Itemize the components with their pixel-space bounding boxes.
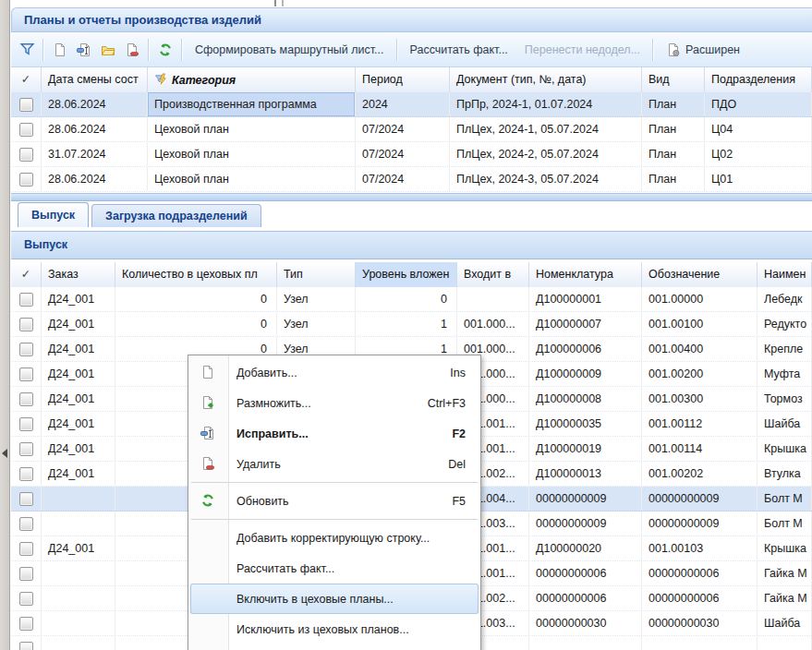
row-checkbox[interactable] [19,567,33,581]
tab-output[interactable]: Выпуск [18,202,89,227]
table-row[interactable]: 28.06.2024 Производственная программа 20… [11,92,812,117]
column-header-period[interactable]: Период [356,67,450,92]
menu-item-add-correction-row[interactable]: Добавить корректирующую строку... [188,523,480,553]
cell-name: Крышка [757,536,812,560]
row-checkbox[interactable] [19,343,33,356]
menu-item-calc-fact[interactable]: Рассчитать факт... [188,553,480,584]
cell-nomenclature: 00000000030 [529,611,642,635]
horizontal-splitter[interactable] [11,193,812,201]
table-row[interactable]: Д24_001 0 Узел 1 001.000... Д100000007 0… [11,312,812,337]
table-row[interactable]: 28.06.2024 Цеховой план 07/2024 ПлЦех, 2… [11,117,812,142]
cell-nomenclature: 00000000009 [529,487,642,511]
menu-item-delete[interactable]: Удалить Del [188,449,480,479]
upper-grid-body: 28.06.2024 Производственная программа 20… [11,92,812,193]
cell-order: Д24_001 [42,437,115,461]
row-checkbox[interactable] [19,293,33,307]
tab-load[interactable]: Загрузка подразделений [91,204,261,227]
column-header-order[interactable]: Заказ [42,262,115,287]
cell-qty: 0 [115,312,277,336]
cell-division: Ц01 [705,167,812,191]
cell-nomenclature: Д100000013 [529,462,642,486]
column-header-level[interactable]: Уровень вложен [356,262,457,287]
menu-item-add[interactable]: Добавить... Ins [188,357,480,388]
cell-nomenclature: Д100000019 [529,437,642,461]
column-header-name[interactable]: Наимен [757,262,812,287]
row-checkbox[interactable] [19,148,33,162]
menu-item-include-in-shop-plans[interactable]: Включить в цеховые планы... [190,584,479,614]
column-header-kind[interactable]: Вид [642,67,705,92]
cell-nomenclature: Д100000020 [529,536,642,560]
menu-item-refresh[interactable]: Обновить F5 [188,486,480,516]
cell-document: ПлЦех, 2024-1, 05.07.2024 [450,117,642,141]
table-row[interactable]: Д24_001 0 Узел 0 Д100000001 001.00000 Ле… [11,287,812,312]
format-route-sheet-button[interactable]: Сформировать маршрутный лист... [187,39,393,61]
cell-order [42,611,115,635]
collapsed-splitter[interactable] [0,0,10,650]
splitter-collapse-icon[interactable] [2,449,7,458]
row-check-cell [11,92,42,116]
open-button[interactable] [96,39,120,61]
column-header-category-label: Категория [172,68,236,92]
row-checkbox[interactable] [19,467,33,481]
column-header-type[interactable]: Тип [277,262,356,287]
check-all-header[interactable]: ✓ [11,67,42,92]
row-check-cell [11,287,42,311]
row-checkbox[interactable] [19,492,33,506]
row-checkbox[interactable] [19,392,33,406]
row-check-cell [11,512,42,536]
filter-button[interactable] [15,39,39,61]
row-checkbox[interactable] [19,617,33,631]
cell-name: Редукто [757,312,812,336]
menu-item-edit[interactable]: Исправить... F2 [188,418,480,449]
row-checkbox[interactable] [19,592,33,606]
cell-period: 2024 [356,92,450,116]
row-check-cell [11,412,42,436]
row-checkbox[interactable] [19,642,33,650]
menu-item-duplicate[interactable]: Размножить... Ctrl+F3 [188,388,480,418]
edit-document-icon [77,42,91,57]
column-header-document[interactable]: Документ (тип, №, дата) [450,67,642,92]
row-checkbox[interactable] [19,318,33,331]
menu-item-shortcut: Ctrl+F3 [428,397,466,410]
row-checkbox[interactable] [19,367,33,381]
cell-name: Гайка М [757,561,812,585]
row-checkbox[interactable] [19,123,33,137]
section-header-output: Выпуск [11,231,812,259]
row-checkbox[interactable] [19,517,33,531]
add-button[interactable] [48,39,72,61]
refresh-button[interactable] [153,39,177,61]
menu-item-exclude-from-shop-plans[interactable]: Исключить из цеховых планов... [188,614,480,644]
calc-fact-button[interactable]: Рассчитать факт... [402,39,516,61]
column-header-nomenclature[interactable]: Номенклатура [529,262,642,287]
edit-button[interactable] [72,39,96,61]
cell-kind: План [642,117,705,141]
menu-item-shortcut: Del [448,458,466,471]
row-checkbox[interactable] [19,98,33,112]
delete-button[interactable] [120,39,144,61]
check-all-header[interactable]: ✓ [11,262,42,287]
table-row[interactable]: 31.07.2024 Цеховой план 07/2024 ПлЦех, 2… [11,142,812,167]
duplicate-document-icon [200,395,215,410]
cell-name: Шайба [757,412,812,436]
column-header-division[interactable]: Подразделения [705,67,812,92]
cell-date: 31.07.2024 [42,142,148,166]
column-header-category[interactable]: Категория [148,67,356,92]
cell-order: Д24_001 [42,287,115,311]
column-header-date[interactable]: Дата смены сост [42,67,148,92]
column-header-qty[interactable]: Количество в цеховых пл [115,262,277,287]
table-row[interactable]: 28.06.2024 Цеховой план 07/2024 ПлЦех, 2… [11,167,812,192]
cell-designation: 001.00114 [642,437,757,461]
row-checkbox[interactable] [19,442,33,456]
row-checkbox[interactable] [19,542,33,556]
row-check-cell [11,142,42,166]
row-check-cell [11,536,42,560]
column-header-parent[interactable]: Входит в [457,262,529,287]
row-checkbox[interactable] [19,417,33,431]
cell-period: 07/2024 [356,142,450,166]
column-header-designation[interactable]: Обозначение [642,262,757,287]
cell-order: Д24_001 [42,462,115,486]
row-checkbox[interactable] [19,173,33,187]
cell-date: 28.06.2024 [42,117,148,141]
cell-designation: 00000000006 [642,586,757,610]
extended-button[interactable]: Расширен [658,39,748,61]
